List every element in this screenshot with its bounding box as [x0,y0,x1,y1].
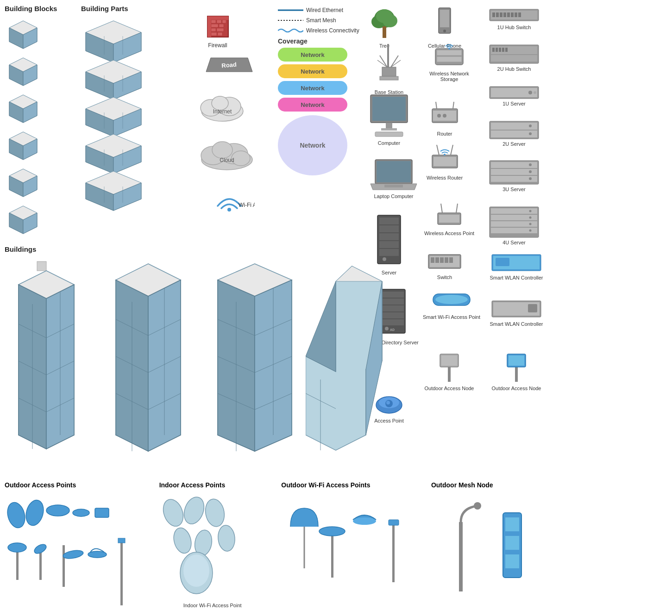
svg-rect-146 [377,161,411,182]
internet-svg: Internet [197,90,248,123]
svg-point-159 [529,177,532,180]
building3-svg [204,259,306,454]
building-blocks-label: Building Blocks [5,5,57,12]
svg-point-254 [46,505,69,516]
computer-svg [368,93,410,139]
svg-rect-152 [439,215,459,223]
building-parts-svg [81,16,155,248]
svg-line-151 [456,204,458,213]
svg-rect-162 [379,225,399,232]
wireless-ap-label: Wireless Access Point [421,230,477,236]
outdoor-mesh-label: Outdoor Mesh Node [431,481,547,489]
svg-point-267 [160,497,187,529]
3u-server-label: 3U Server [486,187,542,192]
svg-line-137 [451,145,453,155]
outdoor-wifi-ap-icons [281,494,406,587]
4u-server-svg [489,206,540,238]
svg-rect-266 [118,538,125,543]
svg-rect-165 [379,249,399,256]
indoor-ap-subsection: Indoor Access Points Indoor Wi-Fi Access… [159,481,266,609]
smart-wifi-ap-label: Smart Wi-Fi Access Point [421,314,482,320]
svg-rect-107 [380,76,398,80]
svg-point-263 [63,549,84,560]
svg-point-181 [529,223,532,225]
svg-rect-58 [217,20,221,23]
svg-point-157 [529,163,532,166]
smart-wlan-1-svg [491,252,542,273]
svg-rect-139 [433,157,456,166]
svg-line-105 [391,60,401,67]
svg-text:Cloud: Cloud [220,157,234,163]
coverage-green: Network [278,48,359,62]
indoor-ap-label: Indoor Access Points [159,481,266,489]
wireless-router-label: Wireless Router [421,175,468,180]
svg-rect-56 [207,16,211,37]
switch-svg [426,250,463,273]
outdoor-access-node-blue-svg [498,347,535,384]
svg-rect-276 [331,531,333,578]
svg-line-136 [437,145,439,155]
svg-point-180 [529,217,532,219]
outdoor-access-node-gray-svg [431,347,468,384]
svg-rect-117 [499,48,501,52]
switch-group: Switch [421,250,468,280]
svg-rect-173 [449,257,453,263]
outdoor-access-node-blue-label: Outdoor Access Node [486,386,546,391]
connectivity-legend: Wired Ethernet Smart Mesh Wireless Conne… [278,7,359,175]
firewall-label: Firewall [199,42,236,49]
svg-rect-110 [437,56,462,62]
1u-server-label: 1U Server [486,101,542,106]
tree-svg [371,7,398,42]
wireless-line [278,27,303,34]
svg-point-128 [528,91,532,94]
svg-rect-257 [16,552,19,580]
wireless-legend: Wireless Connectivity [278,27,359,34]
svg-point-255 [73,509,89,516]
svg-point-192 [435,295,468,304]
svg-rect-195 [496,258,509,266]
outdoor-section: Outdoor Access Points [5,481,547,611]
svg-rect-206 [515,366,518,382]
1u-hub-switch-group: 1U Hub Switch [486,7,542,30]
svg-point-158 [529,170,532,173]
outdoor-wifi-ap-subsection: Outdoor Wi-Fi Access Points [281,481,411,588]
coverage-large-circle: Network [278,115,359,175]
svg-rect-101 [387,44,389,67]
svg-rect-96 [503,12,506,17]
svg-point-264 [88,551,107,558]
svg-point-268 [181,494,207,527]
cloud-icon-group: Cloud [192,134,262,173]
coverage-label-item: Coverage [278,37,359,45]
cloud-svg: Cloud [195,134,259,171]
svg-rect-63 [217,28,224,31]
svg-point-125 [443,114,446,118]
svg-rect-94 [496,12,499,17]
svg-rect-93 [492,12,495,17]
svg-rect-115 [492,48,495,52]
smart-mesh-label: Smart Mesh [306,17,336,24]
svg-rect-279 [392,522,395,582]
network-label-circle: Network [300,142,325,149]
building2-svg [102,259,195,454]
svg-point-76 [212,142,232,158]
svg-rect-60 [211,24,218,27]
2u-hub-switch-svg [489,44,540,65]
svg-rect-116 [496,48,498,52]
wireless-ap-group: Wireless Access Point [421,199,477,236]
svg-point-144 [529,132,532,135]
smart-wlan-2-label: Smart WLAN Controller [486,321,546,327]
2u-server-group: 2U Server [486,120,542,147]
outdoor-wifi-ap-label: Outdoor Wi-Fi Access Points [281,481,411,489]
smart-mesh-legend: Smart Mesh [278,17,359,24]
svg-point-278 [353,517,376,525]
coverage-label: Coverage [278,37,308,45]
network-label-blue: Network [301,85,324,92]
svg-rect-265 [120,541,123,605]
1u-server-group: 1U Server [486,86,542,106]
svg-rect-161 [379,218,399,224]
svg-line-122 [453,102,454,109]
svg-rect-114 [491,55,537,62]
laptop-label: Laptop Computer [366,193,421,199]
svg-point-252 [5,500,27,529]
svg-point-182 [529,230,532,232]
